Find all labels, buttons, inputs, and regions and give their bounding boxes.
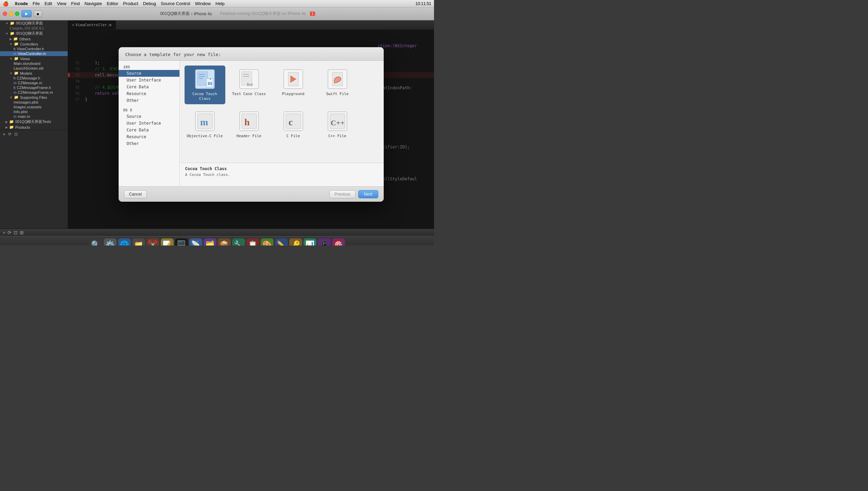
template-swift-file[interactable]: Swift File: [317, 66, 358, 104]
cancel-button[interactable]: Cancel: [124, 190, 147, 198]
sidebar-launchscreen-xib[interactable]: LaunchScreen.xib: [0, 66, 68, 71]
dock-app1[interactable]: ✂️: [146, 238, 159, 246]
filter-button[interactable]: ⊡: [14, 132, 18, 137]
svg-text:h: h: [244, 117, 250, 127]
template-test-case-class[interactable]: Test Test Case Class: [229, 66, 270, 104]
dock-app11[interactable]: 📱: [318, 238, 331, 246]
previous-button[interactable]: Previous: [329, 190, 355, 198]
template-osx-user-interface[interactable]: User Interface: [119, 120, 179, 127]
next-button[interactable]: Next: [358, 190, 378, 198]
template-header-file[interactable]: h Header File: [229, 108, 270, 141]
template-cpp-file[interactable]: C++ C++ File: [317, 108, 358, 141]
dock-app3[interactable]: 🗂️: [204, 238, 216, 246]
menu-clock: 10:11:51: [415, 1, 431, 6]
stop-button[interactable]: ■: [34, 11, 42, 17]
sidebar-supporting-files-group[interactable]: ▼ 📁 Supporting Files: [0, 95, 68, 100]
maximize-button[interactable]: [15, 12, 19, 16]
menu-find[interactable]: Find: [71, 1, 80, 6]
dock-app8[interactable]: ✏️: [275, 238, 288, 246]
menubar: 🍎 Xcode File Edit View Find Navigate Edi…: [0, 0, 434, 7]
close-button[interactable]: [3, 12, 7, 16]
menu-source-control[interactable]: Source Control: [161, 1, 190, 6]
bottom-history-button[interactable]: ⟳: [7, 230, 12, 235]
sidebar-czmessageframe-h[interactable]: h CZMessageFrame.h: [0, 85, 68, 90]
template-osx-source[interactable]: Source: [119, 113, 179, 120]
dock-app6[interactable]: 📋: [246, 238, 259, 246]
window-controls: [3, 12, 19, 16]
sidebar-czmessage-m[interactable]: m CZMessage.m: [0, 80, 68, 85]
dock-app4[interactable]: 📦: [218, 238, 231, 246]
template-grid-area: m Cocoa TouchClass: [180, 61, 384, 186]
menu-edit[interactable]: Edit: [45, 1, 52, 6]
header-file-icon: h: [238, 110, 260, 132]
project-root[interactable]: ▼ 📁 001QQ聊天界面: [0, 20, 68, 26]
add-file-button[interactable]: +: [3, 131, 5, 137]
template-objc-file[interactable]: m Objective-C File: [185, 108, 225, 141]
template-osx-core-data[interactable]: Core Data: [119, 127, 179, 133]
template-ios-core-data[interactable]: Core Data: [119, 84, 179, 90]
menu-navigate[interactable]: Navigate: [85, 1, 102, 6]
bottom-filter-button[interactable]: ⊞: [20, 230, 24, 235]
dock-terminal[interactable]: 🖥️: [175, 238, 188, 246]
minimize-button[interactable]: [9, 12, 13, 16]
dock-app2[interactable]: 📡: [189, 238, 202, 246]
template-playground[interactable]: Playground: [273, 66, 314, 104]
toolbar: ▶ ■ 001QQ聊天界面 › iPhone 4s Finished runni…: [0, 7, 434, 20]
sidebar-views-group[interactable]: ▼ 📁 Views: [0, 56, 68, 61]
menu-file[interactable]: File: [33, 1, 40, 6]
dock-finder[interactable]: 🔍: [89, 238, 102, 246]
dock-app12[interactable]: 🎯: [332, 238, 345, 246]
sidebar-project-group[interactable]: ▼ 📁 001QQ聊天界面: [0, 31, 68, 36]
dock-system-prefs[interactable]: ⚙️: [104, 238, 117, 246]
sidebar-viewcontroller-m[interactable]: m ViewController.m: [0, 51, 68, 56]
file-navigator: ▼ 📁 001QQ聊天界面 2 targets, iOS SDK 8.1 ▼ 📁…: [0, 20, 68, 229]
dock-app10[interactable]: 📊: [303, 238, 316, 246]
template-ios-user-interface[interactable]: User Interface: [119, 77, 179, 84]
dock-notes[interactable]: 📝: [161, 238, 174, 246]
sidebar-viewcontroller-h[interactable]: h ViewController.h: [0, 47, 68, 51]
sidebar-others-group[interactable]: ▶ 📁 Others: [0, 36, 68, 41]
menu-product[interactable]: Product: [123, 1, 138, 6]
sidebar-controllers-group[interactable]: ▼ 📁 Controllers: [0, 41, 68, 47]
menu-editor[interactable]: Editor: [107, 1, 118, 6]
menu-window[interactable]: Window: [195, 1, 211, 6]
template-ios-other[interactable]: Other: [119, 97, 179, 104]
header-file-label: Header File: [237, 134, 261, 139]
template-osx-resource[interactable]: Resource: [119, 133, 179, 140]
sidebar-main-m[interactable]: m main.m: [0, 114, 68, 119]
dock-app5[interactable]: 🔧: [232, 238, 245, 246]
template-cocoa-touch-class[interactable]: m Cocoa TouchClass: [185, 66, 225, 104]
menu-help[interactable]: Help: [215, 1, 225, 6]
sidebar-czmessage-h[interactable]: h CZMessage.h: [0, 76, 68, 80]
menu-debug[interactable]: Debug: [143, 1, 156, 6]
menu-view[interactable]: View: [57, 1, 66, 6]
recent-files-button[interactable]: ⟳: [8, 132, 12, 137]
sidebar-info-plist[interactable]: Info.plist: [0, 109, 68, 114]
breadcrumb-project[interactable]: 001QQ聊天界面: [160, 11, 190, 17]
sidebar-images-xcassets[interactable]: Images.xcassets: [0, 105, 68, 109]
menu-xcode[interactable]: Xcode: [15, 1, 28, 6]
dock-app7[interactable]: 🎨: [261, 238, 274, 246]
template-sidebar: iOS Source User Interface Core Data Reso…: [119, 61, 180, 186]
osx-section-header: OS X: [119, 107, 179, 113]
apple-menu[interactable]: 🍎: [3, 1, 8, 6]
bottom-add-button[interactable]: +: [3, 230, 5, 235]
sidebar-products-group[interactable]: ▶ 📁 Products: [0, 125, 68, 130]
sidebar-czmessageframe-m[interactable]: m CZMessageFrame.m: [0, 90, 68, 95]
sidebar-models-group[interactable]: ▼ 📁 Models: [0, 71, 68, 76]
template-c-file[interactable]: c C File: [273, 108, 314, 141]
dock-app9[interactable]: 🔑: [289, 238, 302, 246]
run-button[interactable]: ▶: [21, 10, 32, 17]
dock-safari[interactable]: 🌐: [118, 238, 131, 246]
template-osx-other[interactable]: Other: [119, 140, 179, 147]
breadcrumb-device[interactable]: iPhone 4s: [194, 12, 212, 16]
sidebar-main-storyboard[interactable]: Main.storyboard: [0, 61, 68, 66]
template-ios-resource[interactable]: Resource: [119, 90, 179, 97]
swift-file-label: Swift File: [326, 92, 348, 96]
modal-overlay: Choose a template for your new file: iOS…: [68, 20, 434, 229]
bottom-grid-button[interactable]: ⊡: [14, 230, 18, 235]
sidebar-tests-group[interactable]: ▶ 📁 001QQ聊天界面Tests: [0, 119, 68, 125]
sidebar-messages-plist[interactable]: messages.plist: [0, 100, 68, 105]
template-ios-source[interactable]: Source: [119, 70, 179, 77]
dock-finder2[interactable]: 📁: [132, 238, 145, 246]
